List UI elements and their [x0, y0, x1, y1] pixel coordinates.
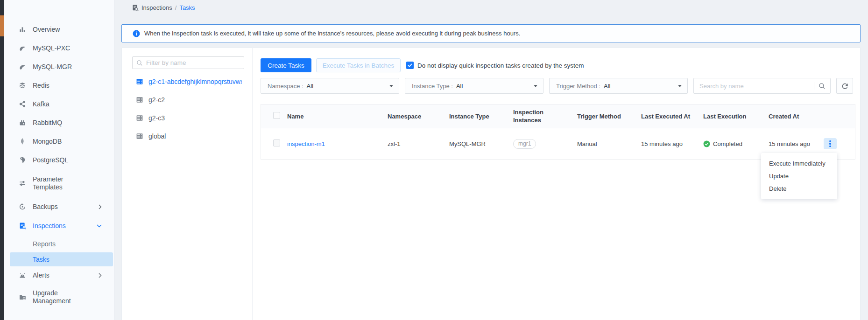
sidebar-item-reports[interactable]: Reports [4, 236, 114, 252]
sidebar-item-label: MySQL-MGR [33, 63, 94, 71]
namespace-cell: zxl-1 [388, 140, 449, 147]
row-select-cell [261, 139, 287, 148]
alerts-icon [19, 271, 26, 279]
divider [814, 82, 814, 90]
cluster-name: global [148, 132, 166, 140]
inspections-icon [19, 222, 26, 230]
sidebar-item-rabbitmq[interactable]: RabbitMQ [4, 113, 114, 132]
cluster-filter [132, 56, 244, 69]
menu-item-execute-immediately[interactable]: Execute Immediately [761, 157, 837, 170]
trigger-method-cell: Manual [577, 140, 641, 147]
cluster-name: g2-c1-abcdefghijklmnopqrstuvwx... [148, 78, 242, 85]
kebab-menu-button[interactable] [824, 138, 837, 149]
parameter-templates-icon [19, 180, 26, 187]
sidebar-item-backups[interactable]: Backups [4, 197, 114, 216]
breadcrumb-separator: / [175, 4, 177, 11]
select-all-cell [261, 112, 287, 120]
sidebar-item-label: PostgreSQL [33, 156, 94, 164]
mysql-icon [19, 44, 26, 52]
create-tasks-button[interactable]: Create Tasks [261, 58, 311, 72]
app-root: Overview MySQL-PXC MySQL-MGR Redis Kafka [0, 0, 868, 320]
checkbox-checked-icon[interactable] [406, 62, 414, 69]
namespace-select[interactable]: Namespace : All [261, 78, 399, 94]
sidebar-item-label: MongoDB [33, 138, 94, 146]
sidebar-item-postgresql[interactable]: PostgreSQL [4, 151, 114, 169]
breadcrumb-current[interactable]: Tasks [179, 4, 195, 11]
info-icon [133, 30, 140, 37]
sidebar-item-label: Redis [33, 82, 94, 90]
task-name-link[interactable]: inspection-m1 [287, 140, 325, 147]
status-text: Completed [713, 140, 742, 147]
mysql-icon [19, 63, 26, 70]
sidebar-item-label: Alerts [33, 271, 94, 279]
row-checkbox[interactable] [273, 139, 280, 146]
select-label: Instance Type : [412, 83, 453, 90]
cluster-item-g2-c3[interactable]: g2-c3 [132, 109, 243, 127]
search-by-name-input[interactable] [699, 83, 814, 90]
sidebar-item-tasks[interactable]: Tasks [10, 252, 113, 266]
cluster-item-g2-c1[interactable]: g2-c1-abcdefghijklmnopqrstuvwx... [132, 72, 243, 90]
inspection-instances-cell: mgr1 [513, 139, 577, 149]
column-header-namespace: Namespace [388, 113, 449, 120]
tasks-table: Name Namespace Instance Type Inspection … [261, 104, 855, 160]
redis-icon [19, 82, 26, 89]
column-header-inspection-instances: Inspection Instances [513, 108, 577, 124]
breadcrumb-section[interactable]: Inspections [141, 4, 172, 11]
info-banner-text: When the inspection task is executed, it… [144, 30, 520, 37]
last-executed-at-cell: 15 minutes ago [641, 140, 703, 147]
column-header-trigger-method: Trigger Method [577, 113, 641, 120]
select-all-checkbox[interactable] [273, 112, 280, 119]
trigger-method-select[interactable]: Trigger Method : All [549, 78, 688, 94]
sidebar-item-alerts[interactable]: Alerts [4, 266, 114, 284]
toolbar: Create Tasks Execute Tasks in Batches Do… [261, 58, 860, 72]
cluster-list: g2-c1-abcdefghijklmnopqrstuvwx... g2-c2 … [132, 72, 243, 145]
caret-down-icon [678, 85, 682, 87]
content-area: Inspections / Tasks When the inspection … [115, 0, 868, 320]
cluster-name: g2-c3 [148, 114, 165, 122]
cluster-item-global[interactable]: global [132, 127, 243, 145]
chevron-right-icon [99, 204, 102, 209]
sidebar-item-mongodb[interactable]: MongoDB [4, 132, 114, 151]
actions-cell [820, 138, 855, 149]
sidebar-item-overview[interactable]: Overview [4, 20, 114, 39]
column-header-last-execution: Last Execution [703, 113, 769, 120]
instance-type-select[interactable]: Instance Type : All [405, 78, 543, 94]
execute-tasks-in-batches-button[interactable]: Execute Tasks in Batches [316, 58, 401, 72]
info-banner: When the inspection task is executed, it… [121, 24, 861, 42]
upgrade-management-icon [19, 293, 26, 301]
sidebar-item-redis[interactable]: Redis [4, 76, 114, 95]
cluster-filter-input[interactable] [146, 59, 240, 66]
sidebar-item-label: Reports [33, 240, 56, 248]
sidebar-item-upgrade-management[interactable]: Upgrade Management [4, 284, 114, 310]
sidebar-item-inspections[interactable]: Inspections [4, 216, 114, 236]
refresh-button[interactable] [836, 78, 853, 94]
menu-item-delete[interactable]: Delete [761, 182, 837, 195]
menu-item-update[interactable]: Update [761, 170, 837, 182]
cluster-item-g2-c2[interactable]: g2-c2 [132, 90, 243, 109]
sidebar-item-kafka[interactable]: Kafka [4, 95, 114, 113]
row-actions-menu: Execute Immediately Update Delete [761, 153, 837, 199]
created-at-cell: 15 minutes ago [769, 140, 820, 147]
sidebar-item-mysql-pxc[interactable]: MySQL-PXC [4, 39, 114, 57]
cluster-name: g2-c2 [148, 96, 165, 104]
select-label: Namespace : [268, 83, 303, 90]
sidebar-item-mysql-mgr[interactable]: MySQL-MGR [4, 57, 114, 76]
table-header-row: Name Namespace Instance Type Inspection … [261, 104, 855, 128]
postgresql-icon [19, 156, 26, 164]
check-circle-icon [703, 140, 710, 147]
search-icon[interactable] [819, 83, 826, 90]
chevron-down-icon [97, 224, 102, 228]
server-icon [136, 96, 143, 104]
search-icon [136, 60, 143, 66]
chevron-right-icon [99, 273, 102, 278]
kafka-icon [19, 100, 26, 108]
server-icon [136, 132, 143, 140]
filter-row: Namespace : All Instance Type : All Trig… [261, 78, 860, 94]
select-value: All [604, 83, 610, 90]
last-execution-cell: Completed [703, 140, 769, 147]
select-value: All [456, 83, 463, 90]
sidebar-item-label: MySQL-PXC [33, 44, 94, 52]
sidebar-item-parameter-templates[interactable]: Parameter Templates [4, 169, 114, 197]
refresh-icon [841, 83, 848, 90]
sidebar-item-label: RabbitMQ [33, 119, 94, 127]
